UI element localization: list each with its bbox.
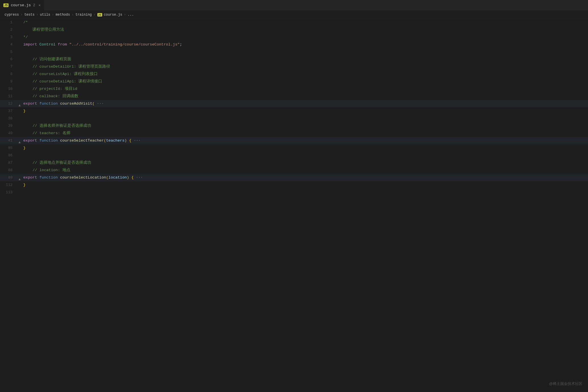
line-num-37: 37 bbox=[0, 107, 17, 115]
tab-bar: JS course.js 2 ✕ bbox=[0, 0, 588, 11]
code-line-9: 9 // courseDetailApi: 课程详情接口 bbox=[0, 78, 588, 85]
line-num-113: 113 bbox=[0, 189, 17, 196]
line-num-86: 86 bbox=[0, 152, 17, 159]
code-editor: 1 /* 2 课程管理公用方法 3 */ 4 import Control fr… bbox=[0, 19, 588, 196]
breadcrumb-methods[interactable]: methods bbox=[56, 13, 70, 17]
line-num-87: 87 bbox=[0, 159, 17, 167]
tab-course-js[interactable]: JS course.js 2 ✕ bbox=[0, 0, 44, 11]
code-line-112: 112 } bbox=[0, 181, 588, 189]
code-line-37: 37 } bbox=[0, 107, 588, 115]
code-line-7: 7 // courseDetailUrl: 课程管理页面路径 bbox=[0, 63, 588, 70]
fold-arrow-89[interactable]: ▶ bbox=[16, 175, 23, 180]
line-num-89: 89 bbox=[0, 174, 17, 181]
breadcrumb-coursejs[interactable]: course.js bbox=[104, 13, 122, 17]
line-89-content: export function courseSelectLocation(loc… bbox=[22, 174, 143, 181]
line-7-content: // courseDetailUrl: 课程管理页面路径 bbox=[22, 63, 110, 70]
breadcrumb-ellipsis[interactable]: ... bbox=[128, 13, 134, 17]
line-6-content: // 访问创建课程页面 bbox=[22, 56, 71, 63]
line-num-4: 4 bbox=[0, 41, 17, 48]
watermark: @稀土掘金技术社区 bbox=[549, 381, 582, 386]
line-39-content: // 选择名师并验证是否选择成功 bbox=[22, 122, 91, 130]
line-num-9: 9 bbox=[0, 78, 17, 85]
line-num-12: 12 bbox=[0, 100, 17, 107]
line-10-content: // projectId: 项目id bbox=[22, 85, 77, 93]
line-num-39: 39 bbox=[0, 122, 17, 130]
breadcrumb-training[interactable]: training bbox=[76, 13, 92, 17]
tab-filename: course.js bbox=[11, 3, 31, 7]
line-num-1: 1 bbox=[0, 19, 17, 26]
line-num-7: 7 bbox=[0, 63, 17, 70]
breadcrumb-utils[interactable]: utils bbox=[40, 13, 50, 17]
line-num-88: 88 bbox=[0, 167, 17, 174]
breadcrumb-tests[interactable]: tests bbox=[24, 13, 35, 17]
line-112-content: } bbox=[22, 181, 26, 189]
code-line-11: 11 // callback: 回调函数 bbox=[0, 93, 588, 100]
code-line-88: 88 // location: 地点 bbox=[0, 167, 588, 174]
line-num-112: 112 bbox=[0, 181, 17, 189]
line-12-content: export function courseAddVisit( ··· bbox=[22, 100, 104, 107]
line-1-content: /* bbox=[22, 19, 28, 26]
line-2-content: 课程管理公用方法 bbox=[22, 26, 64, 34]
line-num-40: 40 bbox=[0, 130, 17, 137]
breadcrumb-js-icon: JS bbox=[97, 13, 102, 16]
code-line-2: 2 课程管理公用方法 bbox=[0, 26, 588, 34]
line-3-content: */ bbox=[22, 34, 28, 41]
line-40-content: // teachers: 名师 bbox=[22, 130, 70, 137]
code-line-87: 87 // 选择地点并验证是否选择成功 bbox=[0, 159, 588, 167]
line-11-content: // callback: 回调函数 bbox=[22, 93, 78, 100]
line-num-41: 41 bbox=[0, 137, 17, 144]
code-line-5: 5 bbox=[0, 48, 588, 56]
breadcrumb: cypress › tests › utils › methods › trai… bbox=[0, 11, 588, 19]
code-line-41: 41 ▶ export function courseSelectTeacher… bbox=[0, 137, 588, 144]
line-9-content: // courseDetailApi: 课程详情接口 bbox=[22, 78, 102, 85]
line-85-content: } bbox=[22, 144, 26, 152]
fold-arrow-41[interactable]: ▶ bbox=[16, 138, 23, 143]
code-line-113: 113 bbox=[0, 189, 588, 196]
line-num-8: 8 bbox=[0, 70, 17, 78]
code-line-6: 6 // 访问创建课程页面 bbox=[0, 56, 588, 63]
code-line-1: 1 /* bbox=[0, 19, 588, 26]
code-line-86: 86 bbox=[0, 152, 588, 159]
line-num-11: 11 bbox=[0, 93, 17, 100]
code-line-8: 8 // courseListApi: 课程列表接口 bbox=[0, 70, 588, 78]
code-line-3: 3 */ bbox=[0, 34, 588, 41]
line-num-3: 3 bbox=[0, 34, 17, 41]
fold-arrow-12[interactable]: ▶ bbox=[16, 101, 23, 106]
code-line-4: 4 import Control from "../../control/tra… bbox=[0, 41, 588, 48]
line-37-content: } bbox=[22, 107, 26, 115]
code-line-38: 38 bbox=[0, 115, 588, 122]
code-line-40: 40 // teachers: 名师 bbox=[0, 130, 588, 137]
line-num-5: 5 bbox=[0, 48, 17, 56]
line-87-content: // 选择地点并验证是否选择成功 bbox=[22, 159, 91, 167]
code-line-10: 10 // projectId: 项目id bbox=[0, 85, 588, 93]
breadcrumb-cypress[interactable]: cypress bbox=[5, 13, 19, 17]
line-num-6: 6 bbox=[0, 56, 17, 63]
line-88-content: // location: 地点 bbox=[22, 167, 70, 174]
line-num-38: 38 bbox=[0, 115, 17, 122]
js-icon: JS bbox=[3, 3, 9, 7]
line-num-10: 10 bbox=[0, 85, 17, 93]
code-line-89: 89 ▶ export function courseSelectLocatio… bbox=[0, 174, 588, 181]
tab-close-button[interactable]: ✕ bbox=[39, 3, 41, 7]
line-num-2: 2 bbox=[0, 26, 17, 34]
line-num-85: 85 bbox=[0, 144, 17, 152]
code-line-12: 12 ▶ export function courseAddVisit( ··· bbox=[0, 100, 588, 107]
code-line-85: 85 } bbox=[0, 144, 588, 152]
tab-modified: 2 bbox=[33, 3, 35, 7]
code-line-39: 39 // 选择名师并验证是否选择成功 bbox=[0, 122, 588, 130]
line-8-content: // courseListApi: 课程列表接口 bbox=[22, 70, 98, 78]
line-41-content: export function courseSelectTeacher(teac… bbox=[22, 137, 141, 144]
line-4-content: import Control from "../../control/train… bbox=[22, 41, 182, 48]
